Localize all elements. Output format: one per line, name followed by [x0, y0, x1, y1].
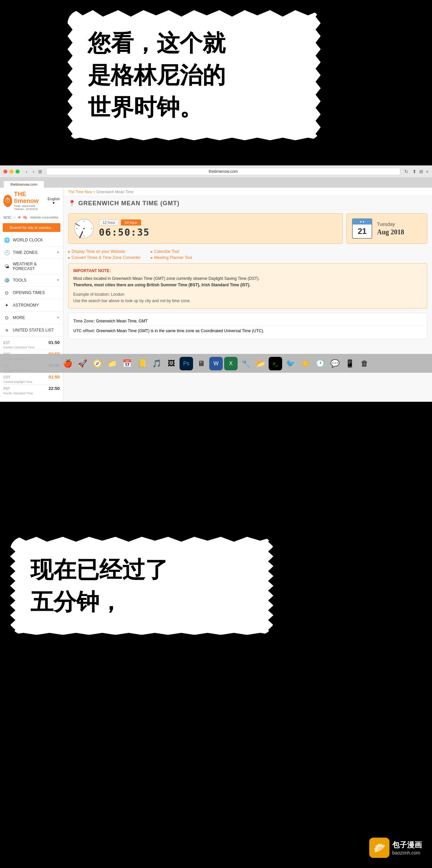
dock-itunes[interactable]: 🎵 — [150, 357, 163, 370]
sidebar-item-tools[interactable]: ⚙️ TOOLS ▼ — [0, 274, 63, 287]
svg-point-1 — [83, 228, 85, 229]
tab-12h[interactable]: 12 hour — [99, 219, 119, 226]
hand-icon: ☞ — [13, 215, 16, 220]
dock-weather[interactable]: ☀️ — [298, 357, 312, 370]
day-name: Tuesday — [377, 221, 404, 227]
sidebar-item-astronomy[interactable]: ✦ ASTRONOMY — [0, 299, 63, 312]
utc-info-value: Greenwich Mean Time (GMT) is in the same… — [96, 328, 264, 333]
calendar-header — [353, 219, 372, 225]
watermark-url: baozimh.com — [392, 850, 422, 856]
tz-pst: PST 22:50 — [3, 385, 60, 392]
dock-safari[interactable]: 🧭 — [90, 357, 104, 370]
important-text2-bold: Therefore, most cities there are using B… — [73, 283, 250, 287]
weather-label: WEATHER & FORECAST — [13, 262, 60, 271]
cal-dot-right — [363, 221, 364, 222]
sidebar-item-weather[interactable]: 🌤 WEATHER & FORECAST — [0, 259, 63, 274]
sidebar-item-opening-times[interactable]: ⊙ OPENING TIMES — [0, 287, 63, 299]
top-bubble-text: 您看，这个就 是格林尼治的 世界时钟。 — [88, 27, 300, 124]
location-pin-icon: 📍 — [68, 200, 76, 207]
calendar-icon: 21 — [352, 218, 372, 239]
new-tab-icon[interactable]: ⊞ — [419, 169, 423, 174]
dock-wechat[interactable]: 💬 — [328, 357, 342, 370]
links-row: Display Time on your Website Convert Tim… — [68, 247, 427, 263]
dock-notes[interactable]: 📒 — [135, 357, 148, 370]
example-line2: Use the search bar above to look up by c… — [73, 298, 191, 303]
content-inner: 📍 GREENWICH MEAN TIME (GMT) — [63, 196, 432, 343]
share-icon[interactable]: ⬆ — [412, 169, 416, 174]
utc-info-label: UTC offset: — [73, 328, 95, 333]
dock-clock2[interactable]: 🕐 — [313, 357, 327, 370]
address-bar[interactable]: thetimenow.com — [46, 168, 400, 175]
macos-dock: 🍎 🚀 🧭 📁 📅 📒 🎵 🖼 Ps 🖥 W X 🔧 📂 >_ 🐦 ☀️ 🕐 💬… — [0, 354, 432, 373]
eye-icon: 👁 — [18, 215, 21, 219]
meeting-planner-link[interactable]: Meeting Planner Tool — [151, 255, 192, 260]
chevron-down-icon-more: ▼ — [56, 316, 60, 319]
tz-cdt: CDT 01:50 — [3, 374, 60, 380]
breadcrumb-current: Greenwich Mean Time — [96, 190, 133, 194]
weather-icon: 🌤 — [3, 263, 10, 270]
time-zones-label: TIME ZONES — [13, 250, 37, 255]
example-line1: Example of location: London — [73, 292, 124, 297]
top-speech-bubble: 您看，这个就 是格林尼治的 世界时钟。 — [68, 10, 321, 140]
world-clock-label: WORLD CLOCK — [13, 238, 43, 242]
minimize-button[interactable] — [9, 169, 14, 174]
calendar-tool-link[interactable]: Calendar Tool — [151, 249, 192, 254]
chevron-down-icon: ▼ — [56, 251, 60, 254]
tools-icon: ⚙️ — [3, 277, 10, 284]
maximize-button[interactable] — [16, 169, 20, 174]
info-row-timezone: Time Zone: Greenwich Mean Time, GMT — [73, 316, 422, 326]
convert-times-link[interactable]: Convert Times & Time Zone Converter — [68, 255, 141, 260]
logo-tagline: TIME. WEATHER. TRAVEL. SCIENCE. — [14, 205, 48, 211]
dock-launchpad[interactable]: 🚀 — [76, 357, 89, 370]
sidebar-item-world-clock[interactable]: 🌐 WORLD CLOCK — [0, 234, 63, 246]
tools-label: TOOLS — [13, 278, 26, 283]
breadcrumb-home[interactable]: The Time Now — [68, 190, 92, 194]
back-button[interactable]: ‹ — [24, 168, 29, 175]
dock-word[interactable]: W — [209, 357, 223, 370]
language-selector[interactable]: English ▼ — [48, 197, 60, 205]
dock-twitter[interactable]: 🐦 — [284, 357, 297, 370]
traffic-lights — [3, 169, 20, 174]
calendar-info: Tuesday Aug 2018 — [377, 221, 404, 236]
more-icon[interactable]: + — [426, 169, 429, 174]
sidebar-item-us-list[interactable]: ≡ UNITED STATES LIST — [0, 324, 63, 337]
dock-battery[interactable]: 📱 — [343, 357, 356, 370]
dock-trash[interactable]: 🗑 — [358, 357, 371, 370]
astronomy-icon: ✦ — [3, 302, 10, 309]
world-clock-icon: 🌐 — [3, 237, 10, 243]
calendar-widget: 21 Tuesday Aug 2018 — [346, 213, 427, 244]
sidebar-item-more[interactable]: ⊙ MORE ▼ — [0, 312, 63, 324]
reload-button[interactable]: ↻ — [403, 168, 410, 175]
tz-pst-abbr: PST — [3, 387, 10, 391]
dock-finder3[interactable]: 📂 — [254, 357, 267, 370]
sidebar-item-time-zones[interactable]: 🕐 TIME ZONES ▼ — [0, 246, 63, 259]
search-input[interactable]: Search for city or country... — [3, 223, 60, 232]
baozimh-icon: 🥟 — [369, 838, 389, 858]
dock-settings[interactable]: 🔧 — [239, 357, 252, 370]
example-text: Example of location: London Use the sear… — [73, 291, 422, 304]
bottom-speech-bubble: 现在已经过了 五分钟， — [10, 537, 273, 635]
forward-button[interactable]: › — [31, 168, 36, 175]
us-list-label: UNITED STATES LIST — [13, 328, 54, 333]
dock-terminal[interactable]: >_ — [269, 357, 282, 370]
dock-monitor[interactable]: 🖥 — [194, 357, 208, 370]
close-button[interactable] — [3, 169, 7, 174]
links-col-left: Display Time on your Website Convert Tim… — [68, 249, 141, 260]
dock-finder2[interactable]: 📁 — [105, 357, 119, 370]
tz-est-abbr: EST — [3, 341, 10, 345]
tz-pst-time: 22:50 — [49, 386, 60, 391]
logo-text: THE timenow — [14, 191, 48, 205]
display-time-link[interactable]: Display Time on your Website — [68, 249, 141, 254]
dock-finder[interactable]: 🍎 — [61, 357, 74, 370]
dock-calendar[interactable]: 📅 — [120, 357, 134, 370]
tab-24h[interactable]: 24 hour — [121, 219, 141, 226]
browser-tab-active[interactable]: thetimenow.com — [3, 181, 44, 188]
w3c-icon: W3C — [3, 215, 11, 219]
cal-dot-left — [360, 221, 361, 222]
more-label: MORE — [13, 315, 25, 320]
dock-excel[interactable]: X — [224, 357, 238, 370]
dock-ps[interactable]: Ps — [180, 357, 193, 370]
dock-photos[interactable]: 🖼 — [165, 357, 178, 370]
head-icon: 🧠 — [23, 215, 27, 220]
sidebar-toggle-button[interactable]: ⊞ — [38, 169, 42, 174]
